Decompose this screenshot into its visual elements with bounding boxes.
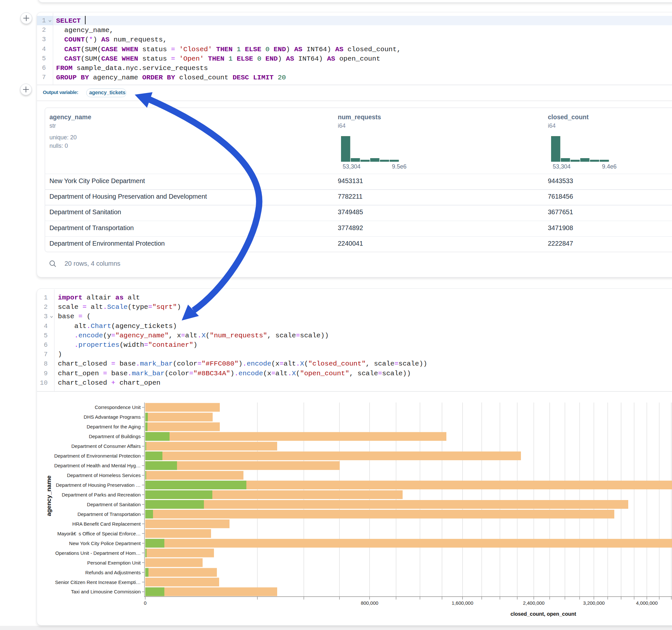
svg-text:Department of Transportation: Department of Transportation bbox=[77, 511, 141, 517]
svg-text:closed_count, open_count: closed_count, open_count bbox=[510, 611, 576, 617]
svg-text:Department of Homeless Service: Department of Homeless Services bbox=[67, 472, 141, 478]
svg-text:New York City Police Departmen: New York City Police Department bbox=[69, 540, 141, 546]
svg-text:Refunds and Adjustments: Refunds and Adjustments bbox=[85, 570, 141, 575]
svg-text:HRA Benefit Card Replacement: HRA Benefit Card Replacement bbox=[72, 521, 141, 527]
svg-text:800,000: 800,000 bbox=[361, 600, 378, 606]
svg-text:2,400,000: 2,400,000 bbox=[523, 600, 545, 606]
svg-text:DHS Advantage Programs: DHS Advantage Programs bbox=[83, 414, 141, 420]
svg-text:agency_name: agency_name bbox=[45, 476, 52, 516]
svg-text:4,000,000: 4,000,000 bbox=[636, 600, 658, 606]
svg-text:Senior Citizen Rent Increase E: Senior Citizen Rent Increase Exempti… bbox=[55, 579, 141, 585]
svg-text:Department for the Aging: Department for the Aging bbox=[87, 424, 141, 429]
svg-text:Mayorâ€ s Office of Special En: Mayorâ€ s Office of Special Enforce… bbox=[57, 531, 141, 536]
svg-text:Department of Buildings: Department of Buildings bbox=[89, 434, 141, 439]
svg-text:Department of Housing Preserva: Department of Housing Preservation … bbox=[56, 482, 141, 488]
svg-text:Department of Sanitation: Department of Sanitation bbox=[87, 502, 141, 507]
svg-text:Department of Consumer Affairs: Department of Consumer Affairs bbox=[71, 443, 141, 449]
svg-text:Operations Unit - Department o: Operations Unit - Department of Hom… bbox=[55, 550, 141, 556]
svg-text:Department of Health and Menta: Department of Health and Mental Hyg… bbox=[54, 463, 141, 468]
svg-text:Correspondence Unit: Correspondence Unit bbox=[95, 405, 141, 410]
svg-text:1,600,000: 1,600,000 bbox=[452, 600, 473, 606]
svg-text:Department of Parks and Recrea: Department of Parks and Recreation bbox=[62, 492, 141, 498]
svg-text:0: 0 bbox=[144, 600, 146, 606]
svg-text:Department of Environmental Pr: Department of Environmental Protection bbox=[54, 453, 141, 459]
svg-text:3,200,000: 3,200,000 bbox=[583, 600, 605, 606]
svg-text:Personal Exemption Unit: Personal Exemption Unit bbox=[87, 560, 141, 565]
svg-text:Taxi and Limousine Commission: Taxi and Limousine Commission bbox=[71, 589, 141, 595]
